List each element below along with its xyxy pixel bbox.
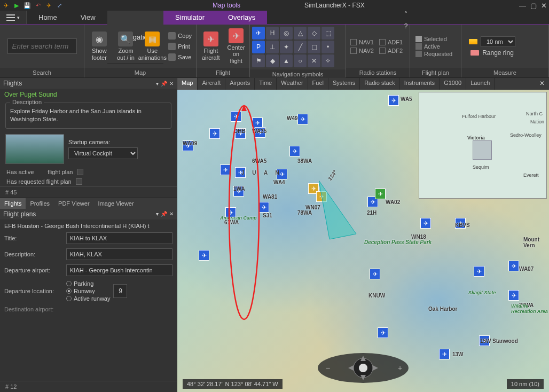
tab-fuel[interactable]: Fuel <box>308 78 328 90</box>
airport-icon[interactable]: ✈ <box>474 266 484 277</box>
zoom-icon[interactable]: ⤢ <box>56 2 63 9</box>
search-input[interactable] <box>7 38 77 54</box>
circle-icon[interactable]: ○ <box>294 54 307 67</box>
airport-icon[interactable]: ✈ <box>375 189 386 199</box>
airport-icon[interactable]: ✈ <box>199 250 209 261</box>
heliport-icon[interactable]: H <box>266 27 279 40</box>
flag-icon[interactable]: ⚑ <box>252 54 265 67</box>
radio-runway[interactable]: Runway <box>66 288 110 294</box>
airport-icon[interactable]: ✈ <box>297 114 308 124</box>
tab-image[interactable]: Image Viewer <box>94 198 138 209</box>
tab-flights[interactable]: Flights <box>0 198 26 209</box>
radio-parking[interactable]: Parking <box>66 280 110 287</box>
fp-selected[interactable]: Selected <box>415 36 452 42</box>
title-input[interactable] <box>66 232 172 244</box>
menu-home[interactable]: Home <box>27 11 69 24</box>
close-panel-icon[interactable]: ✕ <box>169 81 174 87</box>
plane2-icon[interactable]: ✈ <box>45 2 52 9</box>
tab-launch[interactable]: Launch <box>466 78 495 90</box>
print-button[interactable]: Print <box>166 42 194 51</box>
tab-systems[interactable]: Systems <box>328 78 360 90</box>
tab-profiles[interactable]: Profiles <box>26 198 54 209</box>
adf1-toggle[interactable]: ADF1 <box>379 39 403 45</box>
nav2-toggle[interactable]: NAV2 <box>350 48 374 54</box>
app-menu-button[interactable]: ▾ <box>0 11 27 24</box>
tab-aircraft[interactable]: Aircraft <box>198 78 225 90</box>
misc-icon[interactable]: ⬚ <box>321 27 334 40</box>
tab-airports[interactable]: Airports <box>225 78 255 90</box>
close-panel-icon[interactable]: ✕ <box>169 211 174 217</box>
tri2-icon[interactable]: ▲ <box>280 54 293 67</box>
menu-overlays[interactable]: Overlays <box>216 11 267 24</box>
menu-view[interactable]: View <box>69 11 107 24</box>
minimap[interactable]: Fulford Harbour Victoria Sedro-Woolley S… <box>419 92 547 199</box>
nav1-toggle[interactable]: NAV1 <box>350 39 374 45</box>
viewport-rect[interactable] <box>473 140 492 160</box>
tabs-close-icon[interactable]: ✕ <box>535 78 549 90</box>
square-icon[interactable]: ▢ <box>308 41 320 53</box>
camera-select[interactable]: Virtual Cockpit <box>68 147 138 159</box>
help-icon[interactable]: ? <box>404 22 408 30</box>
pin-icon[interactable]: 📌 <box>161 211 167 217</box>
close-icon[interactable]: ✕ <box>541 2 547 10</box>
parking-icon[interactable]: P <box>252 41 265 53</box>
airport-icon[interactable]: ✈ <box>388 95 399 106</box>
airport-icon[interactable]: ✈ <box>378 327 388 338</box>
tab-instruments[interactable]: Instruments <box>400 78 440 90</box>
tab-map[interactable]: Map <box>177 78 198 90</box>
dep-airport-label: Departure airport: <box>4 267 63 273</box>
airport-icon[interactable]: ✈ <box>370 269 380 279</box>
pin-icon[interactable]: 📌 <box>161 81 167 87</box>
map-view[interactable]: ✈ ✈ ✈ ✈ ✈ ✈ ✈ ✈ ✈ ✈ ✈ ✈ ✈ ✈ ✈ ✈ ✈ ✈ ✈ ✈ … <box>177 90 549 392</box>
zoom-button[interactable]: 🔍Zoom out / in <box>113 30 139 61</box>
dep-airport-input[interactable] <box>66 264 172 276</box>
airport-icon[interactable]: ✈ <box>289 146 300 156</box>
active-checkbox[interactable] <box>77 169 83 175</box>
chevron-up-icon[interactable]: ˄ <box>404 11 407 18</box>
show-footer-button[interactable]: ◉Show footer <box>87 30 112 61</box>
animations-button[interactable]: ▦Use animations <box>139 30 165 61</box>
center-on-flight-button[interactable]: ✈Center on flight <box>224 27 248 65</box>
map-joystick[interactable]: − + <box>315 349 411 387</box>
adf2-toggle[interactable]: ADF2 <box>379 48 403 54</box>
airport-icon[interactable]: ✈ <box>508 290 519 301</box>
tab-g1000[interactable]: G1000 <box>440 78 466 90</box>
undo-icon[interactable]: ↶ <box>34 2 42 9</box>
tab-time[interactable]: Time <box>255 78 277 90</box>
airport-icon[interactable]: ✈ <box>420 218 431 229</box>
save-icon[interactable]: 💾 <box>23 2 31 9</box>
play-icon[interactable]: ▶ <box>13 2 20 9</box>
radio-active-runway[interactable]: Active runway <box>66 295 110 302</box>
tab-pdf[interactable]: PDF Viewer <box>54 198 93 209</box>
dot-icon[interactable]: • <box>321 41 334 53</box>
dropdown-icon[interactable]: ▾ <box>156 211 159 217</box>
compass-icon[interactable]: ◎ <box>280 27 293 40</box>
range-select[interactable]: 10 nm <box>481 36 515 47</box>
maximize-icon[interactable]: ▢ <box>530 2 537 10</box>
tower-icon[interactable]: ⊥ <box>266 41 279 53</box>
menu-simulator[interactable]: Simulator <box>163 11 216 24</box>
tab-radio[interactable]: Radio stack <box>360 78 399 90</box>
airport-icon[interactable]: ✈ <box>439 349 450 359</box>
desc-input[interactable] <box>66 248 172 260</box>
beacon-icon[interactable]: ✦ <box>280 41 293 53</box>
fp-requested[interactable]: Requested <box>415 51 452 57</box>
triangle-icon[interactable]: △ <box>294 27 307 40</box>
dropdown-icon[interactable]: ▾ <box>156 81 159 87</box>
diamond-icon[interactable]: ◇ <box>308 27 320 40</box>
marker-icon[interactable]: ◆ <box>266 54 279 67</box>
star-icon[interactable]: ✧ <box>321 54 334 67</box>
airport-icon[interactable]: ✈ <box>252 27 265 40</box>
fp-active[interactable]: Active <box>415 43 452 50</box>
requested-checkbox[interactable] <box>76 178 82 185</box>
plane-icon[interactable]: ✈ <box>2 2 10 9</box>
cross-icon[interactable]: ✕ <box>308 54 320 67</box>
save-button[interactable]: Save <box>166 52 194 62</box>
airport-icon[interactable]: ✈ <box>209 128 220 139</box>
airport-icon[interactable]: ✈ <box>508 261 519 271</box>
flight-aircraft-button[interactable]: ✈Flight aircraft <box>199 30 223 61</box>
line-icon[interactable]: ╱ <box>294 41 307 53</box>
copy-button[interactable]: Copy <box>166 31 194 41</box>
tab-weather[interactable]: Weather <box>277 78 308 90</box>
minimize-icon[interactable]: — <box>519 2 526 10</box>
